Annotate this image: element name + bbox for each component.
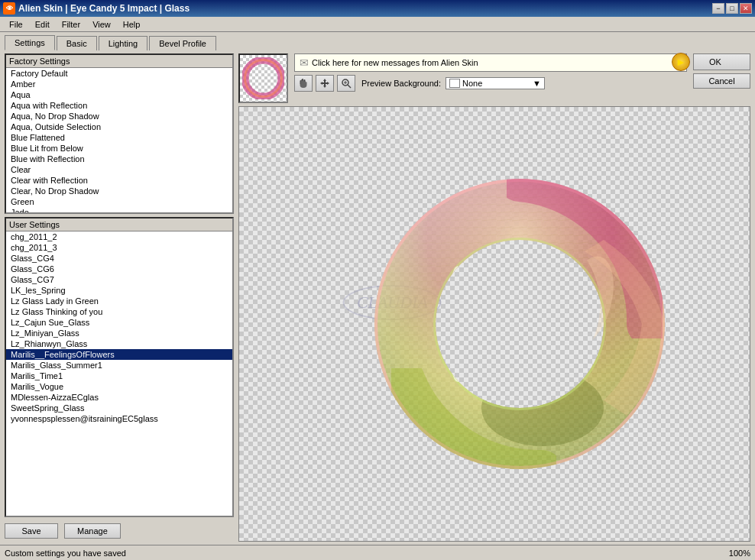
user-settings-container: User Settings chg_2011_2 chg_2011_3 Glas… <box>5 217 234 517</box>
preview-bg-label: Preview Background: <box>361 79 441 88</box>
main-window: Settings Basic Lighting Bevel Profile Fa… <box>0 32 755 560</box>
preview-bg-value: None <box>462 79 482 88</box>
list-item[interactable]: Lz_Cajun Sue_Glass <box>6 317 232 328</box>
tabs-row: Settings Basic Lighting Bevel Profile <box>0 32 755 50</box>
zoom-level: 100% <box>729 549 750 558</box>
list-item[interactable]: Clear, No Drop Shadow <box>6 186 232 196</box>
list-item[interactable]: yvonnespsplessen@itsrainingEC5glass <box>6 413 232 424</box>
preview-bg-row: Preview Background: None ▼ <box>361 77 545 89</box>
list-item[interactable]: chg_2011_3 <box>6 242 232 253</box>
list-item[interactable]: Clear <box>6 164 232 175</box>
menu-edit[interactable]: Edit <box>29 18 56 31</box>
title-bar: 👁 Alien Skin | Eye Candy 5 Impact | Glas… <box>0 0 755 17</box>
left-panel: Factory Settings Factory Default Amber A… <box>5 53 234 542</box>
list-item[interactable]: Lz_Miniyan_Glass <box>6 328 232 338</box>
message-text: Click here for new messages from Alien S… <box>312 58 478 67</box>
list-item[interactable]: Marilis_Vogue <box>6 381 232 392</box>
list-item[interactable]: Marilis_Glass_Summer1 <box>6 360 232 371</box>
menu-filter[interactable]: Filter <box>56 18 86 31</box>
list-item[interactable]: Aqua, Outside Selection <box>6 121 232 132</box>
list-item[interactable]: Aqua with Reflection <box>6 100 232 111</box>
content-area: Factory Settings Factory Default Amber A… <box>0 50 755 545</box>
list-item[interactable]: SweetSpring_Glass <box>6 403 232 413</box>
buttons-row: Save Manage <box>5 520 234 542</box>
list-item[interactable]: Glass_CG7 <box>6 274 232 285</box>
preview-bg-select[interactable]: None ▼ <box>446 77 545 89</box>
user-settings-header: User Settings <box>6 218 232 231</box>
list-item[interactable]: Factory Default <box>6 68 232 79</box>
list-item[interactable]: Green <box>6 196 232 207</box>
list-item[interactable]: Aqua <box>6 89 232 100</box>
manage-button[interactable]: Manage <box>64 523 121 539</box>
list-item[interactable]: Amber <box>6 79 232 89</box>
glass-ring <box>359 163 680 484</box>
list-item[interactable]: Blue Flattened <box>6 132 232 143</box>
list-item[interactable]: Marilis_Time1 <box>6 371 232 381</box>
message-icon: ✉ <box>300 57 309 69</box>
list-item[interactable]: Aqua, No Drop Shadow <box>6 111 232 121</box>
list-item[interactable]: chg_2011_2 <box>6 231 232 242</box>
title-bar-left: 👁 Alien Skin | Eye Candy 5 Impact | Glas… <box>3 2 190 15</box>
menu-bar: File Edit Filter View Help <box>0 17 755 32</box>
list-item[interactable]: Clear with Reflection <box>6 175 232 186</box>
status-text: Custom settings you have saved <box>5 549 126 558</box>
menu-view[interactable]: View <box>86 18 117 31</box>
tab-settings[interactable]: Settings <box>5 35 55 50</box>
title-bar-controls: − □ ✕ <box>712 3 752 14</box>
list-item[interactable]: Blue Lit from Below <box>6 143 232 154</box>
cancel-button[interactable]: Cancel <box>693 73 750 89</box>
tab-basic[interactable]: Basic <box>57 36 97 50</box>
preview-bg-swatch <box>449 79 460 88</box>
move-tool-button[interactable] <box>316 75 334 92</box>
minimize-button[interactable]: − <box>712 3 724 14</box>
app-icon: 👁 <box>3 2 15 15</box>
status-bar: Custom settings you have saved 100% <box>0 545 755 560</box>
save-button[interactable]: Save <box>5 523 58 539</box>
title-bar-text: Alien Skin | Eye Candy 5 Impact | Glass <box>18 3 190 14</box>
list-item[interactable]: Jade <box>6 207 232 212</box>
factory-settings-header: Factory Settings <box>6 55 232 68</box>
ok-cancel-column: ► OK Cancel <box>693 53 750 89</box>
list-item[interactable]: Glass_CG4 <box>6 253 232 264</box>
list-item[interactable]: LK_les_Spring <box>6 285 232 296</box>
ok-button[interactable]: OK <box>693 53 750 70</box>
list-item[interactable]: MDlessen-AizzaECglas <box>6 392 232 403</box>
list-item[interactable]: Lz_Rhianwyn_Glass <box>6 338 232 349</box>
dropdown-arrow-icon: ▼ <box>533 79 541 88</box>
close-button[interactable]: ✕ <box>740 3 752 14</box>
factory-settings-container: Factory Settings Factory Default Amber A… <box>5 53 234 214</box>
user-settings-list[interactable]: chg_2011_2 chg_2011_3 Glass_CG4 Glass_CG… <box>6 231 232 516</box>
right-panel: ✉ Click here for new messages from Alien… <box>238 53 750 542</box>
preview-canvas: CLAUDIA <box>238 106 750 542</box>
hand-tool-button[interactable] <box>294 75 313 92</box>
list-item[interactable]: Lz Glass Lady in Green <box>6 296 232 306</box>
svg-point-1 <box>245 60 282 97</box>
menu-file[interactable]: File <box>3 18 29 31</box>
menu-help[interactable]: Help <box>117 18 147 31</box>
list-item[interactable]: Lz Glass Thinking of you <box>6 306 232 317</box>
tab-bevel-profile[interactable]: Bevel Profile <box>149 36 216 50</box>
zoom-tool-button[interactable] <box>337 75 355 92</box>
svg-point-23 <box>481 370 604 446</box>
list-item-selected[interactable]: Marilis__FeelingsOfFlowers <box>6 349 232 360</box>
svg-point-21 <box>459 318 481 345</box>
tab-lighting[interactable]: Lighting <box>99 36 148 50</box>
preview-thumbnail <box>238 53 288 103</box>
list-item[interactable]: Glass_CG6 <box>6 264 232 274</box>
factory-settings-list[interactable]: Factory Default Amber Aqua Aqua with Ref… <box>6 68 232 212</box>
maximize-button[interactable]: □ <box>726 3 738 14</box>
list-item[interactable]: Blue with Reflection <box>6 154 232 164</box>
message-bar[interactable]: ✉ Click here for new messages from Alien… <box>294 53 687 72</box>
svg-line-6 <box>348 85 351 88</box>
tool-bar <box>294 75 355 92</box>
ok-arrow-indicator: ► <box>672 53 690 71</box>
